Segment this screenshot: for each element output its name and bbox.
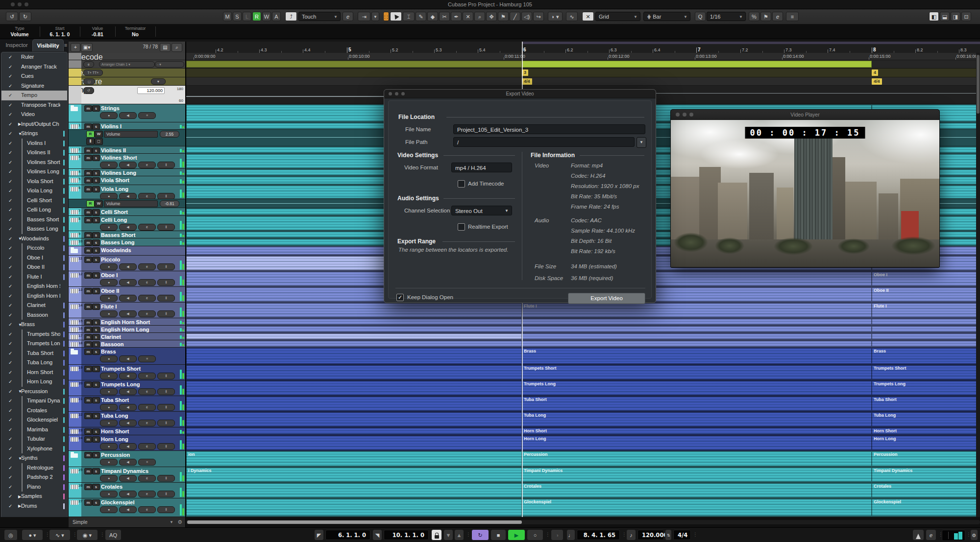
channel-edit-button[interactable]: e	[138, 388, 156, 395]
mute-button[interactable]: m	[84, 499, 92, 506]
midi-region[interactable]	[186, 412, 522, 426]
mute-button[interactable]: m	[84, 452, 92, 458]
track-settings-gear-icon[interactable]: ⚙	[177, 517, 182, 527]
export-video-button[interactable]: Export Video	[568, 293, 645, 304]
sidebar-item-brass[interactable]: ✓▼Brass	[1, 320, 67, 330]
monitor-button[interactable]: ◀	[119, 506, 137, 513]
mute-button[interactable]: m	[84, 272, 92, 279]
edit-button[interactable]: e	[343, 12, 353, 21]
midi-region[interactable]: Horn Short	[872, 428, 980, 434]
visibility-check-icon[interactable]: ✓	[8, 434, 12, 444]
track-oboe-ii[interactable]: 13msOboe II●◀e⦀	[69, 287, 185, 303]
arranger-mode-icon[interactable]: ◑	[551, 529, 564, 541]
record-mode-dropdown[interactable]: ● ▾	[22, 529, 43, 541]
hand-tool-icon[interactable]: ✥	[486, 12, 497, 21]
mute-button[interactable]: m	[84, 257, 92, 263]
record-enable-button[interactable]: ●	[100, 443, 118, 450]
lane-clarinet[interactable]	[186, 333, 980, 340]
redo-icon[interactable]: ↻	[19, 12, 31, 21]
sidebar-item-arranger-track[interactable]: ✓Arranger Track	[1, 62, 67, 72]
automation-r-button[interactable]: R	[252, 12, 261, 21]
lane-signature[interactable]: 4/44/4	[186, 77, 980, 86]
sidebar-item-timpani-dynam[interactable]: ✓Timpani Dynam	[1, 396, 67, 406]
monitor-button[interactable]: ◀	[119, 475, 137, 482]
midi-region[interactable]: Timpani Dynamics	[872, 468, 980, 482]
visibility-check-icon[interactable]: ✓	[8, 52, 12, 62]
goto-left-locator-icon[interactable]: ◤	[314, 529, 324, 541]
tab-visibility[interactable]: Visibility	[32, 39, 64, 51]
sidebar-item-violines-short[interactable]: ✓Violines Short	[1, 158, 67, 167]
automation-value[interactable]: 2.55	[160, 131, 179, 138]
sidebar-item-violins-i[interactable]: ✓Violins I	[1, 139, 67, 148]
mute-button[interactable]: m	[84, 484, 92, 490]
automation-write-button[interactable]: W	[95, 131, 103, 138]
file-path-input[interactable]: /	[453, 137, 635, 147]
sidebar-item-violines-ii[interactable]: ✓Violines II	[1, 148, 67, 158]
mute-button[interactable]: m	[84, 239, 92, 246]
track-clarinet[interactable]: 17msClarinet	[69, 333, 185, 340]
mute-button[interactable]: m	[84, 177, 92, 184]
sidebar-item-transpose-track[interactable]: ✓Transpose Track	[1, 100, 67, 110]
group-edit-button[interactable]: ≡	[138, 355, 156, 362]
solo-button[interactable]: s	[92, 397, 100, 403]
sidebar-item-english-horn-sh[interactable]: ✓English Horn Sh	[1, 282, 67, 291]
folder-track-percussion[interactable]: msPercussion●◀≡	[69, 451, 185, 467]
mute-button[interactable]: m	[84, 105, 92, 112]
midi-region[interactable]: Brass	[872, 348, 980, 364]
visibility-check-icon[interactable]: ✓	[8, 253, 12, 263]
visibility-check-icon[interactable]: ✓	[8, 205, 12, 215]
solo-button[interactable]: s	[92, 232, 100, 238]
play-tool-icon[interactable]: ◁)	[521, 12, 532, 21]
instrument-button[interactable]: ⦀	[157, 475, 175, 482]
lane-english-horn-short[interactable]	[186, 318, 980, 326]
vertical-scrollbar[interactable]	[976, 53, 980, 517]
automation-value[interactable]: -0.81	[160, 200, 179, 207]
record-enable-button[interactable]: ●	[100, 475, 118, 482]
track-bassoon[interactable]: 18msBassoon	[69, 340, 185, 348]
midi-region[interactable]	[872, 333, 980, 339]
solo-button[interactable]: s	[92, 436, 100, 443]
midi-region[interactable]: Trumpets Short	[522, 365, 872, 379]
tempo-value[interactable]: 120.000	[137, 87, 165, 94]
solo-button[interactable]: s	[92, 366, 100, 372]
solo-button[interactable]: s	[92, 499, 100, 506]
channel-edit-button[interactable]: e	[138, 279, 156, 286]
midi-region[interactable]: Tuba Long	[872, 412, 980, 426]
solo-button[interactable]: s	[92, 239, 100, 246]
click-pattern-icon[interactable]: ◎	[4, 529, 18, 541]
lane-horn-short[interactable]: Horn ShortHorn Short	[186, 427, 980, 435]
mute-button[interactable]: m	[84, 123, 92, 130]
track-tempo[interactable]: Tempo↺120.00018060	[69, 86, 185, 104]
channel-edit-button[interactable]: e	[138, 443, 156, 450]
automation-l-button[interactable]: L	[243, 12, 251, 21]
dialog-titlebar[interactable]: Export Video	[384, 90, 656, 98]
monitor-button[interactable]: ◀	[119, 420, 137, 426]
right-zone-toggle-icon[interactable]: ◨	[951, 12, 960, 21]
solo-button[interactable]: s	[92, 257, 100, 263]
file-path-browse-icon[interactable]: ▼	[637, 137, 646, 148]
quantize-preset-dropdown[interactable]: 1/16▼	[707, 12, 746, 21]
visibility-check-icon[interactable]: ✓	[8, 224, 12, 234]
lane-crotales[interactable]: CrotalesCrotales	[186, 483, 980, 498]
sidebar-item-percussion[interactable]: ✓▼Percussion	[1, 387, 67, 397]
mute-tool-icon[interactable]: ✕	[463, 12, 473, 21]
tab-inspector[interactable]: Inspector	[2, 39, 31, 51]
sidebar-item-basses-short[interactable]: ✓Basses Short	[1, 215, 67, 225]
channel-edit-button[interactable]: e	[138, 404, 156, 411]
sidebar-item-viola-long[interactable]: ✓Viola Long	[1, 186, 67, 196]
channel-edit-button[interactable]: e	[138, 475, 156, 482]
sidebar-item-horn-short[interactable]: ✓Horn Short	[1, 368, 67, 377]
sidebar-item-woodwinds[interactable]: ✓▼Woodwinds	[1, 234, 67, 244]
track-preset-icon[interactable]: ▣▾	[81, 43, 93, 52]
lane-arranger[interactable]	[186, 60, 980, 69]
monitor-button[interactable]: ◀	[119, 279, 137, 286]
visibility-check-icon[interactable]: ✓	[8, 482, 12, 492]
midi-region[interactable]	[186, 348, 522, 364]
sidebar-item-xylophone[interactable]: ✓Xylophone	[1, 444, 67, 454]
curve-icon[interactable]: ∿	[566, 12, 578, 21]
midi-region[interactable]	[522, 326, 872, 332]
window-zoom-icon[interactable]	[24, 2, 28, 6]
monitor-button[interactable]: ◀	[119, 162, 137, 168]
midi-region[interactable]: Tuba Long	[522, 412, 872, 426]
midi-region[interactable]: Horn Long	[872, 436, 980, 450]
